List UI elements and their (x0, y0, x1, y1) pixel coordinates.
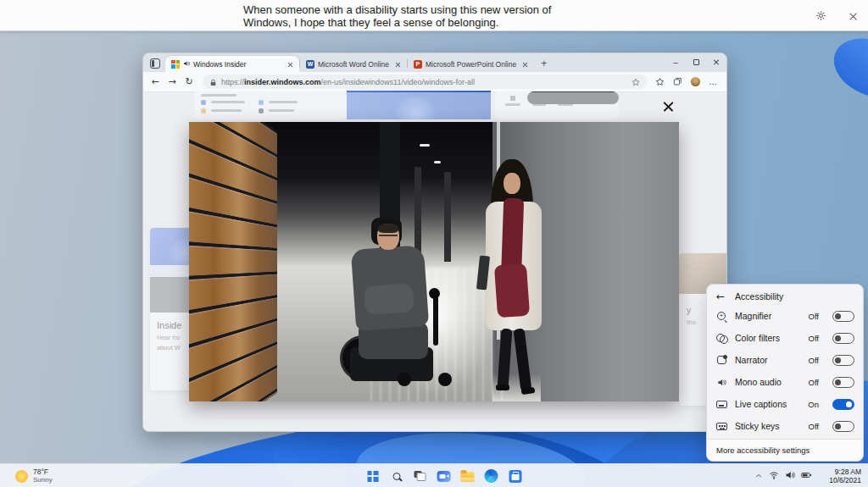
mono-audio-toggle[interactable] (832, 377, 854, 388)
captions-close-icon[interactable] (849, 11, 858, 20)
refresh-button[interactable]: ↻ (181, 76, 198, 87)
video-player[interactable] (189, 122, 679, 401)
browser-menu-icon[interactable]: … (709, 77, 718, 86)
wood-slat-wall (189, 122, 276, 401)
tab-close-icon[interactable] (522, 61, 528, 67)
tab-powerpoint-online[interactable]: P Microsoft PowerPoint Online (408, 56, 534, 72)
collections-icon[interactable] (673, 75, 682, 90)
row-color-filters: Color filters Off (707, 327, 863, 349)
live-captions-icon (715, 401, 727, 408)
task-view-button[interactable] (410, 466, 431, 486)
taskbar-center-icons (363, 466, 526, 486)
windows-insider-favicon (171, 60, 180, 69)
lock-icon (209, 75, 217, 90)
profile-avatar[interactable] (691, 77, 700, 86)
weather-widget[interactable]: 78°F Sunny (10, 466, 58, 486)
powerpoint-favicon: P (414, 60, 422, 69)
tab-label: Microsoft PowerPoint Online (426, 60, 516, 69)
favorites-icon[interactable] (655, 75, 665, 90)
live-captions-bar: When someone with a disability starts us… (0, 0, 868, 31)
tab-audio-icon[interactable] (183, 60, 190, 69)
window-close-button[interactable] (706, 53, 726, 70)
vertical-tabs-icon[interactable] (150, 58, 160, 69)
url-text: https://insider.windows.com/en-us/inside… (221, 78, 475, 86)
file-explorer-button[interactable] (458, 466, 478, 486)
more-accessibility-settings-link[interactable]: More accessibility settings (707, 439, 863, 461)
tray-time: 9:28 AM (829, 468, 861, 476)
tray-clock[interactable]: 9:28 AM 10/6/2021 (829, 468, 861, 484)
bloom-petal (826, 30, 868, 106)
edge-icon (485, 469, 498, 483)
tab-windows-insider[interactable]: Windows Insider (165, 56, 299, 72)
wifi-icon[interactable] (769, 468, 779, 484)
mono-audio-icon (715, 378, 727, 387)
tray-chevron-icon[interactable] (754, 468, 763, 484)
battery-icon[interactable] (801, 468, 812, 484)
sun-icon (15, 470, 28, 483)
narrator-icon (715, 356, 727, 364)
magnifier-toggle[interactable] (832, 311, 854, 322)
sticky-keys-icon (715, 423, 727, 430)
search-icon (392, 473, 400, 480)
word-favicon: W (306, 60, 314, 69)
color-filters-icon (715, 334, 727, 342)
store-button[interactable] (505, 466, 526, 486)
tab-strip: Windows Insider W Microsoft Word Online … (143, 53, 726, 72)
tab-word-online[interactable]: W Microsoft Word Online (300, 56, 407, 72)
sticky-keys-toggle[interactable] (832, 421, 854, 432)
row-magnifier: + Magnifier Off (707, 305, 863, 327)
address-bar[interactable]: https://insider.windows.com/en-us/inside… (203, 75, 647, 89)
accessibility-flyout: ← Accessibility + Magnifier Off Color fi… (706, 284, 864, 462)
captions-settings-gear-icon[interactable] (815, 9, 826, 25)
tab-label: Windows Insider (193, 60, 246, 69)
window-maximize-button[interactable] (686, 53, 706, 70)
row-narrator: Narrator Off (707, 349, 863, 371)
color-filters-toggle[interactable] (832, 333, 854, 344)
taskbar: 78°F Sunny 9:28 AM 10/6/2021 (0, 463, 868, 487)
accessibility-title: Accessibility (735, 291, 783, 302)
tab-close-icon[interactable] (287, 61, 293, 67)
live-captions-text: When someone with a disability starts us… (243, 3, 551, 29)
row-sticky-keys: Sticky keys Off (707, 415, 863, 437)
start-button[interactable] (363, 466, 383, 486)
search-button[interactable] (387, 466, 407, 486)
system-tray (754, 466, 812, 486)
task-view-icon (415, 471, 426, 481)
add-favorite-icon[interactable] (632, 75, 640, 90)
forward-button[interactable]: → (164, 76, 181, 87)
volume-icon[interactable] (785, 468, 795, 484)
row-mono-audio: Mono audio Off (707, 371, 863, 393)
weather-temp: 78°F (33, 468, 53, 476)
edge-button[interactable] (481, 466, 502, 486)
tray-date: 10/6/2021 (829, 476, 861, 484)
video-modal-close-icon[interactable] (662, 99, 675, 112)
row-live-captions: Live captions On (707, 393, 863, 415)
tab-close-icon[interactable] (395, 61, 401, 67)
weather-condition: Sunny (33, 476, 53, 484)
browser-toolbar: ← → ↻ https://insider.windows.com/en-us/… (143, 72, 726, 92)
browser-content: Inside Hear fro about W y the (143, 92, 726, 431)
back-arrow-icon[interactable]: ← (716, 291, 725, 302)
folder-icon (461, 472, 475, 482)
windows-start-icon (367, 471, 378, 482)
store-icon (509, 470, 521, 483)
magnifier-icon: + (715, 312, 727, 320)
live-captions-toggle[interactable] (832, 399, 854, 410)
new-tab-button[interactable]: + (534, 58, 554, 72)
tab-label: Microsoft Word Online (318, 60, 389, 69)
window-minimize-button[interactable]: – (665, 53, 686, 70)
narrator-toggle[interactable] (832, 355, 854, 366)
chat-button[interactable] (434, 466, 454, 486)
edge-browser-window: Windows Insider W Microsoft Word Online … (142, 53, 727, 432)
back-button[interactable]: ← (147, 76, 164, 87)
chat-icon (437, 471, 451, 482)
